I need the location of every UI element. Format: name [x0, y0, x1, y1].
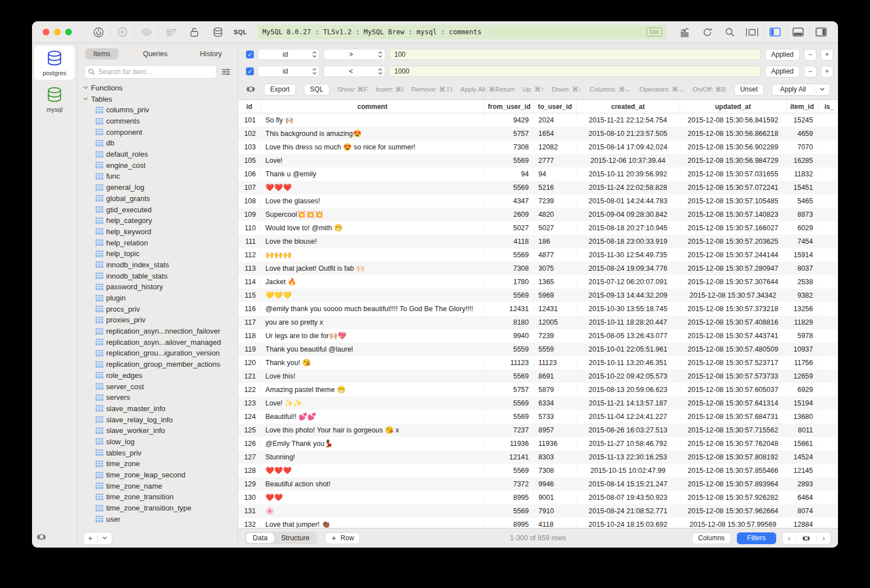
- tree-group-functions[interactable]: Functions: [78, 82, 238, 93]
- column-header-is_[interactable]: is_: [818, 100, 838, 113]
- cell-item_id[interactable]: 15661: [786, 437, 818, 450]
- cell-id[interactable]: 107: [238, 181, 261, 194]
- connection-postgres[interactable]: postgres: [34, 45, 75, 80]
- filters-button[interactable]: Filters: [737, 532, 776, 544]
- cell-from_user_id[interactable]: 5569: [484, 289, 534, 302]
- cell-comment[interactable]: 🙌🙌🙌: [261, 248, 484, 262]
- cell-item_id[interactable]: 15914: [786, 248, 818, 262]
- cell-is_[interactable]: [818, 518, 838, 528]
- cell-created_at[interactable]: 2015-08-05 13:26:43.077: [576, 329, 680, 343]
- cell-id[interactable]: 102: [238, 127, 261, 140]
- close-window-button[interactable]: [43, 29, 49, 35]
- cell-item_id[interactable]: 12884: [786, 518, 818, 528]
- cell-id[interactable]: 119: [238, 343, 261, 356]
- cell-to_user_id[interactable]: 2024: [534, 113, 576, 127]
- cell-id[interactable]: 129: [238, 477, 261, 491]
- cell-to_user_id[interactable]: 9946: [534, 477, 576, 491]
- filter-enabled-checkbox[interactable]: ✓: [246, 51, 254, 58]
- cell-item_id[interactable]: 11829: [786, 316, 818, 329]
- cell-from_user_id[interactable]: 5569: [484, 396, 534, 410]
- table-row[interactable]: 108Love the glasses!434772392015-08-01 1…: [238, 194, 838, 208]
- add-filter-button[interactable]: +: [821, 49, 833, 61]
- apply-all-dropdown[interactable]: [815, 88, 830, 91]
- cell-to_user_id[interactable]: 5559: [534, 343, 576, 356]
- cell-to_user_id[interactable]: 2777: [534, 154, 576, 167]
- cell-comment[interactable]: Love! ✨✨: [261, 396, 484, 410]
- connection-mysql[interactable]: mysql: [34, 82, 75, 116]
- cell-is_[interactable]: [818, 275, 838, 289]
- column-header-comment[interactable]: comment: [261, 100, 484, 113]
- cell-comment[interactable]: @emily thank you soooo much beautiful!!!…: [261, 302, 484, 316]
- sql-editor-icon[interactable]: SQL: [230, 25, 253, 39]
- cell-comment[interactable]: Love!: [261, 154, 484, 167]
- table-row[interactable]: 112🙌🙌🙌556948772015-11-30 12:54:49.735201…: [238, 248, 838, 262]
- cell-updated_at[interactable]: 2015-12-08 15:30:57.280947: [680, 262, 786, 275]
- cell-comment[interactable]: Thank you beautiful @laurel: [261, 343, 484, 356]
- apply-all-button[interactable]: Apply All: [772, 84, 830, 95]
- cell-from_user_id[interactable]: 5757: [484, 127, 534, 140]
- cell-to_user_id[interactable]: 11123: [534, 356, 576, 370]
- cell-to_user_id[interactable]: 11936: [534, 437, 576, 450]
- cell-to_user_id[interactable]: 94: [534, 167, 576, 181]
- cell-to_user_id[interactable]: 12082: [534, 140, 576, 154]
- table-row[interactable]: 129Beautiful action shot!737299462015-08…: [238, 477, 838, 491]
- cell-is_[interactable]: [818, 383, 838, 396]
- sidebar-table-item[interactable]: slow_log: [78, 436, 238, 448]
- cell-created_at[interactable]: 2015-11-24 22:02:58.828: [576, 181, 680, 194]
- sidebar-table-item[interactable]: replication_group_member_actions: [78, 359, 238, 370]
- table-row[interactable]: 111Love the blouse!41181862015-08-18 23:…: [238, 235, 838, 248]
- table-row[interactable]: 115💛💛💛556959692015-09-13 14:44:32.209201…: [238, 289, 838, 302]
- cell-from_user_id[interactable]: 5757: [484, 383, 534, 396]
- cell-from_user_id[interactable]: 8995: [484, 518, 534, 528]
- pending-changes-icon[interactable]: [159, 25, 183, 39]
- connect-icon[interactable]: [86, 25, 110, 39]
- cell-id[interactable]: 106: [238, 167, 261, 181]
- sidebar-table-item[interactable]: columns_priv: [78, 104, 238, 116]
- table-row[interactable]: 121Love this!556986912015-10-22 09:42:05…: [238, 370, 838, 383]
- cell-updated_at[interactable]: 2015-12-08 15:30:57.926282: [680, 491, 786, 504]
- column-header-from_user_id[interactable]: from_user_id: [484, 100, 534, 113]
- sidebar-table-item[interactable]: gtid_executed: [78, 204, 238, 215]
- cell-id[interactable]: 122: [238, 383, 261, 396]
- cell-item_id[interactable]: 8037: [786, 262, 818, 275]
- sidebar-table-item[interactable]: replication_asyn...ailover_managed: [78, 336, 238, 348]
- filter-value-input[interactable]: [389, 49, 761, 60]
- cell-to_user_id[interactable]: 12005: [534, 316, 576, 329]
- cell-is_[interactable]: [818, 437, 838, 450]
- cell-updated_at[interactable]: 2015-12-08 15:30:57.962664: [680, 504, 786, 518]
- sidebar-table-item[interactable]: help_relation: [78, 237, 238, 248]
- cell-updated_at[interactable]: 2015-12-08 15:30:57.573733: [680, 370, 786, 383]
- cell-to_user_id[interactable]: 3075: [534, 262, 576, 275]
- preview-eye-icon[interactable]: [135, 25, 158, 39]
- cell-is_[interactable]: [818, 208, 838, 221]
- add-item-button[interactable]: +: [83, 532, 112, 545]
- filter-sliders-icon[interactable]: [221, 68, 231, 76]
- cell-id[interactable]: 127: [238, 450, 261, 464]
- cell-id[interactable]: 132: [238, 518, 261, 528]
- table-row[interactable]: 117you are so pretty x8180120052015-10-1…: [238, 316, 838, 329]
- cell-from_user_id[interactable]: 5569: [484, 410, 534, 423]
- cell-id[interactable]: 114: [238, 275, 261, 289]
- cell-updated_at[interactable]: 2015-12-08 15:30:57.031655: [680, 167, 786, 181]
- disconnect-icon[interactable]: [111, 25, 134, 39]
- sidebar-table-item[interactable]: replication_grou...iguration_version: [78, 348, 238, 359]
- column-header-created_at[interactable]: created_at: [576, 100, 680, 113]
- cell-to_user_id[interactable]: 12431: [534, 302, 576, 316]
- sidebar-table-item[interactable]: time_zone: [78, 458, 238, 470]
- cell-comment[interactable]: Thank u @emily: [261, 167, 484, 181]
- cell-id[interactable]: 131: [238, 504, 261, 518]
- cell-to_user_id[interactable]: 5027: [534, 221, 576, 235]
- tab-data[interactable]: Data: [246, 533, 274, 543]
- cell-from_user_id[interactable]: 11123: [484, 356, 534, 370]
- cell-created_at[interactable]: 2015-09-13 14:44:32.209: [576, 289, 680, 302]
- sidebar-table-item[interactable]: slave_worker_info: [78, 425, 238, 436]
- sidebar-table-item[interactable]: plugin: [78, 293, 238, 304]
- database-icon[interactable]: [206, 25, 230, 39]
- cell-item_id[interactable]: 13680: [786, 410, 818, 423]
- cell-id[interactable]: 105: [238, 154, 261, 167]
- cell-created_at[interactable]: 2015-10-11 18:28:20.447: [576, 316, 680, 329]
- cell-from_user_id[interactable]: 8995: [484, 491, 534, 504]
- columns-button[interactable]: Columns: [692, 532, 731, 544]
- table-row[interactable]: 116@emily thank you soooo much beautiful…: [238, 302, 838, 316]
- cell-item_id[interactable]: 10937: [786, 343, 818, 356]
